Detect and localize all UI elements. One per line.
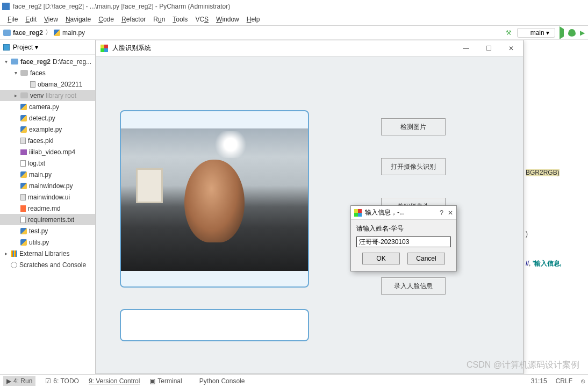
menu-view[interactable]: View: [41, 15, 61, 24]
chevron-icon: ▸: [3, 250, 9, 256]
breadcrumb-root: face_reg2: [13, 29, 43, 37]
menu-navigate[interactable]: Navigate: [62, 15, 94, 24]
python-icon: [192, 378, 197, 384]
python-file-icon: [54, 30, 60, 36]
tree-item[interactable]: iiilab_video.mp4: [0, 146, 95, 157]
file-icon: [20, 194, 26, 200]
cancel-button[interactable]: Cancel: [407, 253, 445, 264]
app-titlebar[interactable]: 人脸识别系统 — ☐ ✕: [96, 40, 523, 56]
tree-item[interactable]: obama_202211: [0, 78, 95, 90]
breadcrumb[interactable]: face_reg2 〉 main.py: [3, 28, 85, 37]
menu-edit[interactable]: Edit: [22, 15, 40, 24]
open-camera-button[interactable]: 打开摄像头识别: [381, 158, 446, 175]
tree-item[interactable]: requirements.txt: [0, 214, 95, 225]
maximize-button[interactable]: ☐: [481, 45, 496, 52]
pycharm-icon: [2, 3, 10, 10]
menu-file[interactable]: File: [4, 15, 21, 24]
tree-item-label: camera.py: [29, 103, 59, 111]
result-box: [120, 309, 309, 341]
run-config-dropdown[interactable]: main ▾: [517, 28, 555, 38]
tree-item[interactable]: ▸venv library root: [0, 90, 95, 101]
tree-item[interactable]: camera.py: [0, 101, 95, 112]
tree-item-label: External Libraries: [19, 250, 69, 257]
editor-peek: BGR2RGB) ) lf, '输入信息,: [524, 40, 588, 374]
tab-run[interactable]: ▶ 4: Run: [3, 376, 35, 386]
dialog-icon: [354, 209, 362, 217]
menu-vcs[interactable]: VCS: [192, 15, 212, 24]
chevron-icon: ▾: [3, 59, 9, 64]
tree-item[interactable]: mainwindow.ui: [0, 191, 95, 203]
project-sidebar: Project ▾ ▾face_reg2 D:\face_reg...▾face…: [0, 40, 96, 374]
tree-item-label: log.txt: [28, 160, 45, 167]
project-header[interactable]: Project ▾: [0, 40, 95, 55]
status-position: 31:15: [531, 377, 547, 385]
tree-item[interactable]: log.txt: [0, 157, 95, 169]
menu-help[interactable]: Help: [243, 15, 263, 24]
ok-button[interactable]: OK: [362, 253, 400, 264]
menu-window[interactable]: Window: [213, 15, 242, 24]
tree-item[interactable]: Scratches and Console: [0, 259, 95, 270]
py-icon: [20, 115, 27, 121]
tree-item[interactable]: example.py: [0, 124, 95, 135]
project-tool-icon: [3, 44, 10, 51]
build-icon[interactable]: ⚒: [505, 29, 513, 37]
lib-icon: [11, 250, 17, 257]
tree-item[interactable]: readme.md: [0, 203, 95, 214]
tree-item-label: faces: [30, 69, 46, 77]
tree-item[interactable]: main.py: [0, 169, 95, 180]
tree-item[interactable]: ▾faces: [0, 67, 95, 78]
tree-item-label: main.py: [29, 171, 52, 178]
folder-icon: [20, 92, 28, 98]
face-recognition-window: 人脸识别系统 — ☐ ✕ 检测图片 打开摄: [96, 40, 524, 374]
tree-item-label: mainwindow.py: [29, 182, 73, 190]
project-tree[interactable]: ▾face_reg2 D:\face_reg...▾facesobama_202…: [0, 55, 95, 275]
tree-item-label: iiilab_video.mp4: [29, 148, 75, 156]
status-lineending: CRLF: [556, 377, 572, 385]
debug-icon[interactable]: [568, 29, 576, 37]
tab-python-console[interactable]: Python Console: [192, 377, 245, 385]
detect-image-button[interactable]: 检测图片: [381, 118, 446, 135]
input-dialog: 输入信息，-... ? ✕ 请输入姓名-学号 OK Cancel: [350, 205, 457, 271]
tree-item-label: obama_202211: [38, 81, 82, 88]
menu-code[interactable]: Code: [95, 15, 117, 24]
txt-icon: [20, 160, 26, 167]
menu-tools[interactable]: Tools: [169, 15, 191, 24]
main-menu: File Edit View Navigate Code Refactor Ru…: [0, 13, 588, 26]
tree-item[interactable]: faces.pkl: [0, 135, 95, 146]
py-icon: [20, 228, 27, 234]
tree-item[interactable]: ▸External Libraries: [0, 248, 95, 259]
dialog-prompt: 请输入姓名-学号: [356, 224, 451, 233]
tree-item[interactable]: ▾face_reg2 D:\face_reg...: [0, 56, 95, 67]
camera-frame: [121, 128, 308, 271]
tree-item-label: faces.pkl: [28, 137, 53, 145]
project-title: Project ▾: [13, 44, 38, 51]
dialog-help-button[interactable]: ?: [440, 209, 443, 217]
name-id-input[interactable]: [356, 236, 451, 247]
nav-row: face_reg2 〉 main.py ⚒ main ▾ ▶: [0, 26, 588, 40]
tree-item[interactable]: test.py: [0, 225, 95, 236]
tree-item[interactable]: mainwindow.py: [0, 180, 95, 191]
py-icon: [20, 104, 27, 110]
tree-item-label: venv: [30, 92, 44, 99]
app-icon: [101, 45, 108, 52]
enroll-face-button[interactable]: 录入人脸信息: [381, 277, 446, 295]
file-icon: [30, 81, 35, 88]
py-icon: [20, 239, 27, 246]
md-icon: [20, 205, 26, 212]
status-extra: ⎋: [581, 377, 585, 385]
more-run-icon[interactable]: ▶: [580, 29, 585, 37]
minimize-button[interactable]: —: [458, 45, 474, 52]
py-icon: [20, 183, 27, 189]
tree-item[interactable]: detect.py: [0, 112, 95, 124]
dialog-titlebar[interactable]: 输入信息，-... ? ✕: [351, 206, 456, 220]
menu-refactor[interactable]: Refactor: [118, 15, 149, 24]
tab-version-control[interactable]: 9: Version Control: [89, 377, 140, 385]
run-button[interactable]: [560, 29, 564, 37]
tree-item[interactable]: utils.py: [0, 236, 95, 248]
py-icon: [20, 171, 27, 178]
menu-run[interactable]: Run: [150, 15, 168, 24]
dialog-close-button[interactable]: ✕: [448, 209, 453, 217]
close-button[interactable]: ✕: [504, 45, 519, 52]
tab-terminal[interactable]: ▣ Terminal: [149, 377, 182, 385]
tab-todo[interactable]: ☑ 6: TODO: [45, 377, 79, 385]
